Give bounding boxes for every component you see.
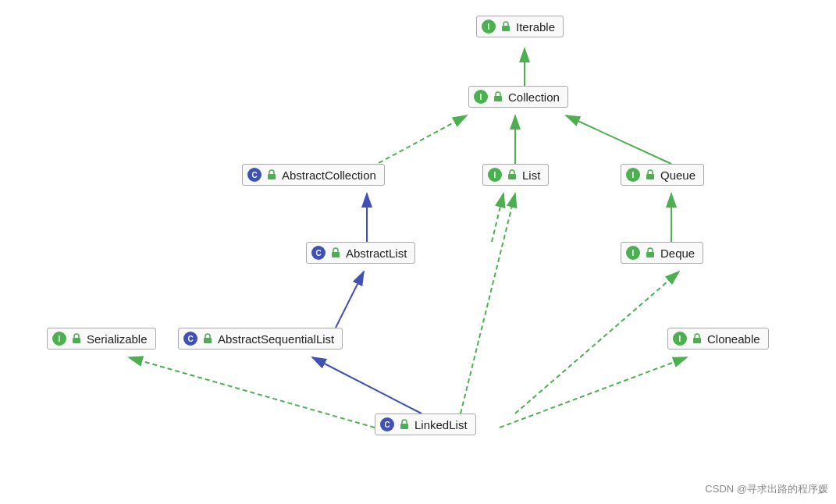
svg-line-10 [312, 357, 422, 413]
svg-rect-22 [73, 338, 80, 343]
label-abstractsequentiallist: AbstractSequentialList [218, 332, 334, 346]
svg-rect-19 [646, 174, 654, 179]
badge-iterable: I [482, 20, 496, 34]
lock-icon-queue [644, 169, 656, 181]
label-list: List [522, 169, 540, 182]
svg-rect-20 [332, 252, 340, 257]
label-abstractlist: AbstractList [346, 247, 407, 260]
node-abstractlist: C AbstractList [306, 242, 415, 264]
svg-line-5 [566, 115, 671, 164]
node-deque: I Deque [621, 242, 703, 264]
node-list: I List [482, 164, 549, 186]
svg-line-14 [515, 272, 679, 413]
svg-rect-16 [494, 96, 502, 101]
svg-line-12 [461, 193, 515, 413]
node-abstractcollection: C AbstractCollection [242, 164, 385, 186]
badge-abstractsequentiallist: C [183, 332, 197, 346]
svg-line-8 [492, 193, 503, 242]
node-collection: I Collection [468, 86, 568, 108]
lock-icon-iterable [500, 20, 512, 33]
node-abstractsequentiallist: C AbstractSequentialList [178, 328, 343, 350]
badge-queue: I [626, 168, 640, 182]
badge-cloneable: I [673, 332, 687, 346]
label-linkedlist: LinkedList [414, 418, 468, 431]
badge-abstractlist: C [311, 246, 326, 260]
badge-deque: I [626, 246, 640, 260]
node-queue: I Queue [621, 164, 704, 186]
badge-linkedlist: C [380, 417, 394, 431]
svg-rect-24 [693, 338, 701, 343]
lock-icon-abstractlist [329, 247, 342, 259]
svg-rect-17 [268, 174, 276, 179]
svg-rect-23 [204, 338, 212, 343]
svg-rect-18 [508, 174, 516, 179]
lock-icon-abstractsequentiallist [201, 332, 214, 345]
badge-serializable: I [52, 332, 66, 346]
badge-abstractcollection: C [247, 168, 261, 182]
watermark: CSDN @寻求出路的程序媛 [705, 482, 828, 496]
svg-line-11 [129, 357, 375, 428]
svg-line-7 [336, 272, 364, 328]
lock-icon-abstractcollection [265, 169, 278, 181]
node-linkedlist: C LinkedList [375, 413, 476, 435]
svg-rect-21 [646, 252, 654, 257]
diagram-container: I Iterable I Collection C Abstract [0, 0, 836, 504]
badge-list: I [488, 168, 502, 182]
label-iterable: Iterable [516, 20, 555, 34]
label-collection: Collection [508, 91, 560, 104]
label-serializable: Serializable [87, 332, 148, 346]
svg-rect-25 [400, 424, 408, 429]
label-cloneable: Cloneable [707, 332, 760, 346]
label-deque: Deque [660, 247, 695, 260]
label-queue: Queue [660, 169, 695, 182]
node-iterable: I Iterable [476, 16, 564, 37]
lock-icon-serializable [70, 332, 83, 345]
label-abstractcollection: AbstractCollection [282, 169, 376, 182]
node-cloneable: I Cloneable [667, 328, 769, 350]
svg-rect-15 [502, 26, 510, 31]
lock-icon-list [506, 169, 518, 181]
node-serializable: I Serializable [47, 328, 156, 350]
lock-icon-cloneable [691, 332, 703, 345]
lock-icon-linkedlist [398, 418, 411, 431]
badge-collection: I [474, 90, 488, 104]
lock-icon-deque [644, 247, 656, 259]
svg-line-13 [500, 357, 687, 428]
lock-icon-collection [492, 91, 504, 103]
